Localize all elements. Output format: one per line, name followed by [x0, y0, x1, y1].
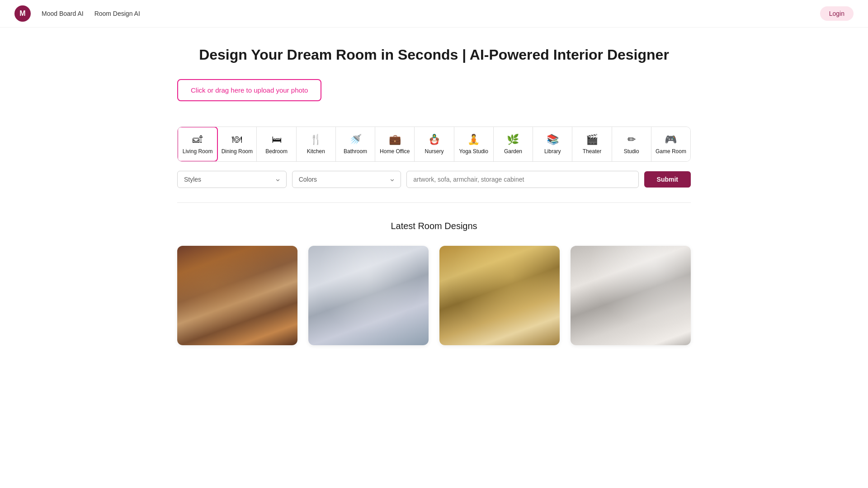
- studio-label: Studio: [624, 148, 639, 155]
- nav-left: M Mood Board AI Room Design AI: [14, 5, 140, 22]
- design-card[interactable]: [439, 246, 560, 345]
- game-room-icon: 🎮: [665, 134, 677, 145]
- styles-select-wrapper: StylesModernMinimalistTraditionalBohemia…: [177, 171, 287, 188]
- home-office-icon: 💼: [389, 134, 401, 145]
- theater-icon: 🎬: [586, 134, 598, 145]
- design-card[interactable]: [571, 246, 691, 345]
- room-type-nursery[interactable]: 🪆Nursery: [415, 127, 454, 161]
- design-image-2: [308, 246, 429, 345]
- theater-label: Theater: [583, 148, 601, 155]
- garden-label: Garden: [504, 148, 522, 155]
- room-type-bathroom[interactable]: 🚿Bathroom: [336, 127, 375, 161]
- nursery-icon: 🪆: [428, 134, 440, 145]
- section-divider: [177, 202, 691, 203]
- room-type-kitchen[interactable]: 🍴Kitchen: [297, 127, 336, 161]
- living-room-icon: 🛋: [193, 134, 203, 145]
- living-room-label: Living Room: [183, 148, 213, 155]
- studio-icon: ✏: [627, 134, 636, 145]
- yoga-studio-label: Yoga Studio: [459, 148, 488, 155]
- submit-button[interactable]: Submit: [644, 171, 691, 188]
- upload-area[interactable]: Click or drag here to upload your photo: [177, 79, 321, 101]
- room-type-home-office[interactable]: 💼Home Office: [375, 127, 415, 161]
- design-image-4: [571, 246, 691, 345]
- game-room-label: Game Room: [656, 148, 686, 155]
- latest-designs-title: Latest Room Designs: [177, 221, 691, 231]
- navbar: M Mood Board AI Room Design AI Login: [0, 0, 868, 28]
- kitchen-label: Kitchen: [307, 148, 325, 155]
- design-image-3: [439, 246, 560, 345]
- logo-letter: M: [19, 9, 25, 18]
- upload-label: Click or drag here to upload your photo: [191, 86, 308, 94]
- main-content: Design Your Dream Room in Seconds | AI-P…: [163, 28, 705, 372]
- colors-select-wrapper: ColorsWhiteGrayBeigeNavyEmeraldBlack: [292, 171, 401, 188]
- kitchen-icon: 🍴: [310, 134, 322, 145]
- room-type-bedroom[interactable]: 🛏Bedroom: [257, 127, 296, 161]
- library-label: Library: [544, 148, 561, 155]
- bathroom-icon: 🚿: [349, 134, 362, 145]
- dining-room-icon: 🍽: [232, 134, 242, 145]
- garden-icon: 🌿: [507, 134, 519, 145]
- login-button[interactable]: Login: [820, 6, 854, 21]
- items-input[interactable]: [406, 171, 638, 188]
- designs-grid: [177, 246, 691, 372]
- nursery-label: Nursery: [425, 148, 444, 155]
- logo[interactable]: M: [14, 5, 31, 22]
- dining-room-label: Dining Room: [222, 148, 253, 155]
- room-type-yoga-studio[interactable]: 🧘Yoga Studio: [454, 127, 494, 161]
- room-type-garden[interactable]: 🌿Garden: [494, 127, 533, 161]
- nav-link-room-design[interactable]: Room Design AI: [94, 10, 140, 17]
- room-type-studio[interactable]: ✏Studio: [612, 127, 651, 161]
- room-type-library[interactable]: 📚Library: [533, 127, 572, 161]
- controls-row: StylesModernMinimalistTraditionalBohemia…: [177, 171, 691, 188]
- design-card[interactable]: [177, 246, 297, 345]
- room-type-living-room[interactable]: 🛋Living Room: [177, 127, 218, 162]
- nav-link-mood-board[interactable]: Mood Board AI: [42, 10, 84, 17]
- room-type-game-room[interactable]: 🎮Game Room: [651, 127, 690, 161]
- room-types-bar: 🛋Living Room🍽Dining Room🛏Bedroom🍴Kitchen…: [177, 127, 691, 162]
- room-type-dining-room[interactable]: 🍽Dining Room: [217, 127, 257, 161]
- bedroom-icon: 🛏: [272, 134, 282, 145]
- library-icon: 📚: [547, 134, 559, 145]
- room-type-theater[interactable]: 🎬Theater: [572, 127, 612, 161]
- design-image-1: [177, 246, 297, 345]
- yoga-studio-icon: 🧘: [467, 134, 480, 145]
- colors-select[interactable]: ColorsWhiteGrayBeigeNavyEmeraldBlack: [292, 171, 401, 188]
- design-card[interactable]: [308, 246, 429, 345]
- home-office-label: Home Office: [380, 148, 410, 155]
- bathroom-label: Bathroom: [344, 148, 367, 155]
- bedroom-label: Bedroom: [265, 148, 288, 155]
- styles-select[interactable]: StylesModernMinimalistTraditionalBohemia…: [177, 171, 287, 188]
- page-title: Design Your Dream Room in Seconds | AI-P…: [177, 46, 691, 65]
